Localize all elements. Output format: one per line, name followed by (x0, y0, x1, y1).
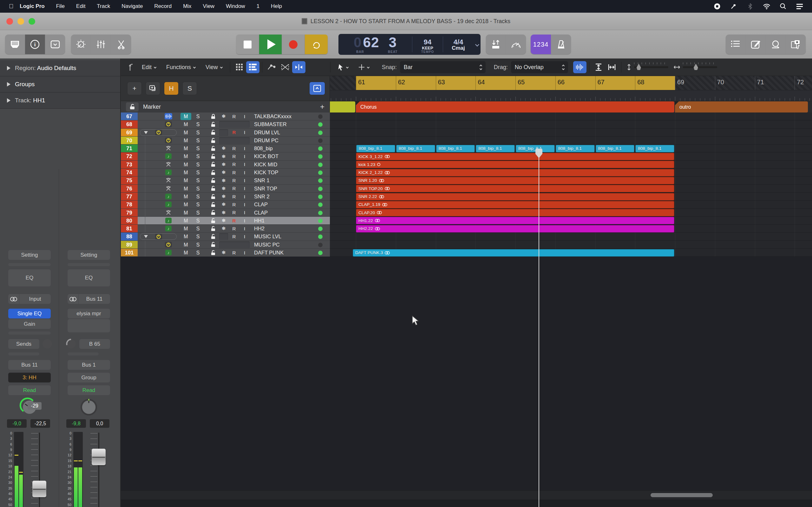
disclosure-triangle-icon[interactable] (7, 66, 10, 70)
arrangement-marker-outro[interactable]: outro (675, 101, 808, 112)
track-freeze-button[interactable]: ❄ (218, 169, 229, 176)
lcd-signature[interactable]: 4/4 Cmaj (443, 34, 473, 55)
track-record-button[interactable]: R (229, 249, 239, 257)
wifi-icon[interactable] (763, 3, 770, 10)
region-snr-2-22[interactable]: SNR 2.22 (356, 193, 674, 201)
track-input-monitor-button[interactable]: I (240, 129, 249, 136)
scrollbar-thumb[interactable] (651, 493, 713, 497)
arrangement-marker[interactable] (330, 101, 355, 112)
track-name[interactable]: DRUM PC (254, 136, 278, 144)
track-mute-button[interactable]: M (181, 169, 191, 176)
track-mute-button[interactable]: M (181, 120, 191, 128)
fader-thumb[interactable] (92, 449, 106, 465)
stack-disclosure[interactable] (140, 129, 177, 136)
volume-value[interactable]: -9,0 (7, 419, 27, 428)
region-808-bip-8-1[interactable]: 808_bip_8.1 (476, 145, 515, 153)
track-record-button[interactable]: R (229, 185, 239, 192)
automation-icon[interactable] (265, 61, 278, 73)
track-solo-button[interactable]: S (193, 153, 203, 160)
region-lane-79[interactable]: CLAP.20 (330, 209, 812, 217)
disclosure-triangle-icon[interactable] (7, 82, 10, 87)
input-slot[interactable]: Bus 11 (79, 294, 110, 304)
region-lane-74[interactable]: KICK 2_1.22 (330, 169, 812, 176)
track-solo-button[interactable]: S (193, 169, 203, 176)
send-slot[interactable] (8, 352, 40, 356)
track-header-drum-pc[interactable]: 70MSDRUM PC (121, 136, 330, 145)
track-header-snr-top[interactable]: 76MS❄RISNR TOP (121, 185, 330, 193)
track-input-monitor-button[interactable]: I (240, 185, 249, 192)
track-solo-button[interactable]: S (193, 225, 203, 232)
track-record-button[interactable]: R (229, 217, 239, 224)
track-freeze-button[interactable]: ❄ (218, 249, 229, 257)
back-arrow-button[interactable] (123, 61, 137, 73)
eq-thumbnail[interactable]: EQ (8, 269, 51, 287)
pointer-tool-menu[interactable] (333, 64, 353, 71)
track-input-monitor-button[interactable]: I (240, 233, 249, 240)
region-lane-89[interactable] (330, 241, 812, 249)
track-lock-button[interactable] (208, 129, 218, 136)
setting-button[interactable]: Setting (67, 250, 110, 260)
volume-fader[interactable] (29, 432, 49, 507)
track-lock-button[interactable] (208, 145, 218, 152)
output-slot[interactable]: Bus 11 (8, 360, 51, 370)
track-record-button[interactable]: R (229, 233, 239, 240)
input-row[interactable]: Bus 11 (67, 294, 110, 304)
volume-value[interactable]: -9,8 (66, 419, 86, 428)
region-808-bip-8-1[interactable]: 808_bip_8.1 (516, 145, 555, 153)
track-lock-button[interactable] (208, 112, 218, 120)
menu-item-mix[interactable]: Mix (177, 3, 197, 9)
track-input-monitor-button[interactable]: I (240, 153, 249, 160)
stack-disclosure[interactable] (140, 233, 177, 240)
track-solo-button[interactable]: S (193, 120, 203, 128)
track-lock-button[interactable] (208, 153, 218, 160)
track-mute-button[interactable]: M (181, 249, 191, 257)
group-slot[interactable]: 3: HH (8, 372, 51, 383)
track-solo-button[interactable]: S (193, 209, 203, 216)
track-record-button[interactable]: R (229, 129, 239, 136)
performance-meter-button[interactable] (506, 35, 526, 54)
note-pad-button[interactable] (746, 35, 766, 54)
track-record-button[interactable]: R (229, 112, 239, 120)
format-stereo-icon[interactable] (67, 294, 79, 304)
list-editors-button[interactable] (726, 35, 746, 54)
send-knob[interactable] (66, 339, 76, 349)
region-lane-81[interactable]: HH2.22 (330, 225, 812, 233)
track-solo-button[interactable]: S (193, 129, 203, 136)
menu-app[interactable]: Logic Pro (13, 3, 50, 9)
track-freeze-button[interactable]: ❄ (218, 217, 229, 224)
horizontal-zoom-slider[interactable] (683, 66, 717, 68)
region-lane-78[interactable]: CLAP_1.19 (330, 201, 812, 209)
track-mute-button[interactable]: M (181, 129, 191, 136)
track-solo-button[interactable]: S (193, 241, 203, 248)
track-lock-button[interactable] (208, 225, 218, 232)
format-stereo-icon[interactable] (8, 294, 19, 304)
region-clap-20[interactable]: CLAP.20 (356, 209, 674, 216)
menu-item-window[interactable]: Window (220, 3, 251, 9)
vertical-zoom-slider[interactable] (634, 66, 668, 68)
track-input-monitor-button[interactable]: I (240, 161, 249, 168)
insert-elysia[interactable]: elysia mpr (67, 308, 110, 319)
beat-subruler[interactable] (330, 90, 812, 101)
track-name[interactable]: DAFT PUNK (254, 249, 284, 257)
track-lock-button[interactable] (208, 233, 218, 240)
track-name[interactable]: SUBMASTER (254, 120, 287, 128)
menu-item-record[interactable]: Record (148, 3, 177, 9)
track-input-monitor-button[interactable]: I (240, 145, 249, 152)
menu-item-view[interactable]: View (197, 3, 220, 9)
smart-controls-button[interactable] (71, 35, 91, 54)
track-input-monitor-button[interactable]: I (240, 193, 249, 200)
bluetooth-icon[interactable] (747, 3, 754, 10)
track-header-clap[interactable]: 79MS❄RICLAP (121, 209, 330, 217)
track-input-monitor-button[interactable]: I (240, 217, 249, 224)
groups-inspector-header[interactable]: Groups (0, 76, 120, 93)
track-record-button[interactable]: R (229, 225, 239, 232)
flex-icon[interactable] (278, 61, 292, 73)
track-mute-button[interactable]: M (181, 113, 191, 120)
track-header-kick-bot[interactable]: 72♪MS❄RIKICK BOT (121, 153, 330, 160)
track-header-submaster[interactable]: 68MSSUBMASTER (121, 120, 330, 128)
record-button[interactable] (282, 35, 305, 54)
track-solo-button[interactable]: S (193, 176, 203, 184)
track-mute-button[interactable]: M (181, 225, 191, 232)
insert-slot-empty[interactable] (67, 319, 110, 333)
region-lane-101[interactable]: DAFT PUNK.3 (330, 249, 812, 257)
